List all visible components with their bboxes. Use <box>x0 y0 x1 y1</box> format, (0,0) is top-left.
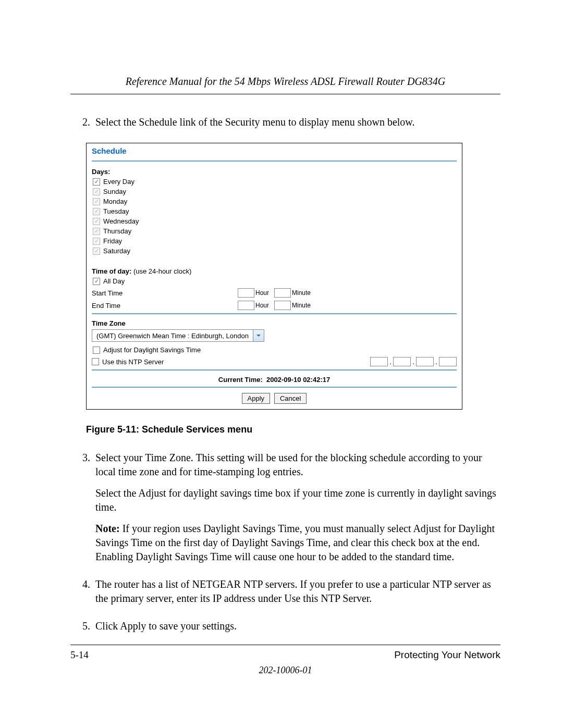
days-heading: Days: <box>92 168 457 176</box>
ntp-ip-octet-4[interactable] <box>439 357 457 366</box>
checkbox-tuesday[interactable]: ✓ Tuesday <box>92 207 457 215</box>
step-number: 5. <box>70 619 95 640</box>
apply-button[interactable]: Apply <box>242 393 271 404</box>
checkbox-icon: ✓ <box>93 238 100 245</box>
dot: . <box>412 357 414 366</box>
checkbox-label: Friday <box>103 237 122 245</box>
ntp-ip-octet-2[interactable] <box>393 357 411 366</box>
end-time-label: End Time <box>92 302 238 310</box>
ntp-label: Use this NTP Server <box>102 358 164 366</box>
checkbox-icon: ✓ <box>93 248 100 255</box>
button-row: Apply Cancel <box>92 393 457 404</box>
checkbox-label: Sunday <box>103 188 126 195</box>
start-time-label: Start Time <box>92 289 238 297</box>
checkbox-label: Saturday <box>103 247 130 255</box>
tod-label: Time of day: <box>92 267 131 275</box>
checkbox-icon: ✓ <box>93 188 100 195</box>
checkbox-label: All Day <box>103 277 125 285</box>
step-text: Click Apply to save your settings. <box>95 619 500 633</box>
start-time-row: Start Time Hour Minute <box>92 288 457 298</box>
panel-title: Schedule <box>92 146 457 158</box>
note-body: If your region uses Daylight Savings Tim… <box>95 523 495 562</box>
checkbox-label: Every Day <box>103 178 134 186</box>
end-minute-input[interactable] <box>274 301 291 310</box>
instruction-step-5: 5. Click Apply to save your settings. <box>70 619 500 640</box>
checkbox-monday[interactable]: ✓ Monday <box>92 198 457 205</box>
checkbox-label: Adjust for Daylight Savings Time <box>103 346 201 354</box>
ntp-row: ✓ Use this NTP Server . . . <box>92 357 457 366</box>
checkbox-thursday[interactable]: ✓ Thursday <box>92 227 457 235</box>
section-title: Protecting Your Network <box>394 649 500 661</box>
separator <box>92 387 457 388</box>
minute-label: Minute <box>292 302 311 309</box>
dot: . <box>389 357 391 366</box>
checkbox-friday[interactable]: ✓ Friday <box>92 237 457 245</box>
checkbox-icon: ✓ <box>93 228 100 235</box>
checkbox-saturday[interactable]: ✓ Saturday <box>92 247 457 255</box>
step-number: 2. <box>70 115 95 137</box>
checkbox-label: Thursday <box>103 227 131 235</box>
hour-label: Hour <box>255 302 269 309</box>
checkbox-label: Monday <box>103 198 127 205</box>
step-text: Select your Time Zone. This setting will… <box>95 451 500 479</box>
instruction-step-3: 3. Select your Time Zone. This setting w… <box>70 451 500 571</box>
step-body: Select the Schedule link of the Security… <box>95 115 500 137</box>
time-zone-value: (GMT) Greenwich Mean Time : Edinburgh, L… <box>92 332 253 340</box>
checkbox-icon: ✓ <box>93 278 100 285</box>
time-zone-heading: Time Zone <box>92 319 457 327</box>
current-time: Current Time: 2002-09-10 02:42:17 <box>92 376 457 384</box>
checkbox-dst[interactable]: ✓ Adjust for Daylight Savings Time <box>92 346 457 354</box>
page-header: Reference Manual for the 54 Mbps Wireles… <box>70 76 500 94</box>
checkbox-icon: ✓ <box>93 208 100 215</box>
separator <box>92 369 457 371</box>
checkbox-icon: ✓ <box>93 198 100 205</box>
step-text: The router has a list of NETGEAR NTP ser… <box>95 577 500 606</box>
checkbox-wednesday[interactable]: ✓ Wednesday <box>92 217 457 225</box>
step-text: Select the Schedule link of the Security… <box>95 115 500 129</box>
current-time-label: Current Time: <box>218 376 263 384</box>
page-footer: 5-14 Protecting Your Network 202-10006-0… <box>70 645 500 676</box>
dot: . <box>435 357 437 366</box>
checkbox-label: Tuesday <box>103 207 129 215</box>
instruction-step-2: 2. Select the Schedule link of the Secur… <box>70 115 500 137</box>
ntp-ip-fields: . . . <box>370 357 457 366</box>
hour-label: Hour <box>255 289 269 297</box>
checkbox-icon: ✓ <box>93 218 100 225</box>
step-body: The router has a list of NETGEAR NTP ser… <box>95 577 500 613</box>
checkbox-all-day[interactable]: ✓ All Day <box>92 277 457 285</box>
step-number: 3. <box>70 451 95 571</box>
time-zone-select[interactable]: (GMT) Greenwich Mean Time : Edinburgh, L… <box>92 329 264 342</box>
step-body: Select your Time Zone. This setting will… <box>95 451 500 571</box>
separator <box>92 313 457 314</box>
checkbox-sunday[interactable]: ✓ Sunday <box>92 188 457 195</box>
time-of-day-heading: Time of day: (use 24-hour clock) <box>92 267 457 275</box>
checkbox-label: Wednesday <box>103 217 139 225</box>
start-minute-input[interactable] <box>274 288 291 298</box>
note-lead: Note: <box>95 523 120 534</box>
step-text: Select the Adjust for daylight savings t… <box>95 486 500 514</box>
current-time-value: 2002-09-10 02:42:17 <box>266 376 330 384</box>
checkbox-every-day[interactable]: ✓ Every Day <box>92 178 457 186</box>
minute-label: Minute <box>292 289 311 297</box>
start-hour-input[interactable] <box>238 288 254 298</box>
end-time-row: End Time Hour Minute <box>92 301 457 310</box>
figure-caption: Figure 5-11: Schedule Services menu <box>86 424 500 435</box>
document-page: Reference Manual for the 54 Mbps Wireles… <box>0 0 563 728</box>
step-body: Click Apply to save your settings. <box>95 619 500 640</box>
ntp-ip-octet-3[interactable] <box>416 357 434 366</box>
document-number: 202-10006-01 <box>70 665 500 676</box>
checkbox-icon: ✓ <box>93 347 100 354</box>
instruction-step-4: 4. The router has a list of NETGEAR NTP … <box>70 577 500 613</box>
tod-note: (use 24-hour clock) <box>131 267 191 275</box>
schedule-screenshot: Schedule Days: ✓ Every Day ✓ Sunday ✓ Mo… <box>86 143 462 410</box>
checkbox-icon: ✓ <box>93 178 100 186</box>
step-text: Note: If your region uses Daylight Savin… <box>95 522 500 564</box>
end-hour-input[interactable] <box>238 301 254 310</box>
page-number: 5-14 <box>70 649 89 661</box>
chevron-down-icon <box>253 330 264 341</box>
checkbox-icon[interactable]: ✓ <box>92 358 99 365</box>
separator <box>92 161 457 162</box>
ntp-ip-octet-1[interactable] <box>370 357 388 366</box>
step-number: 4. <box>70 577 95 613</box>
cancel-button[interactable]: Cancel <box>274 393 307 404</box>
